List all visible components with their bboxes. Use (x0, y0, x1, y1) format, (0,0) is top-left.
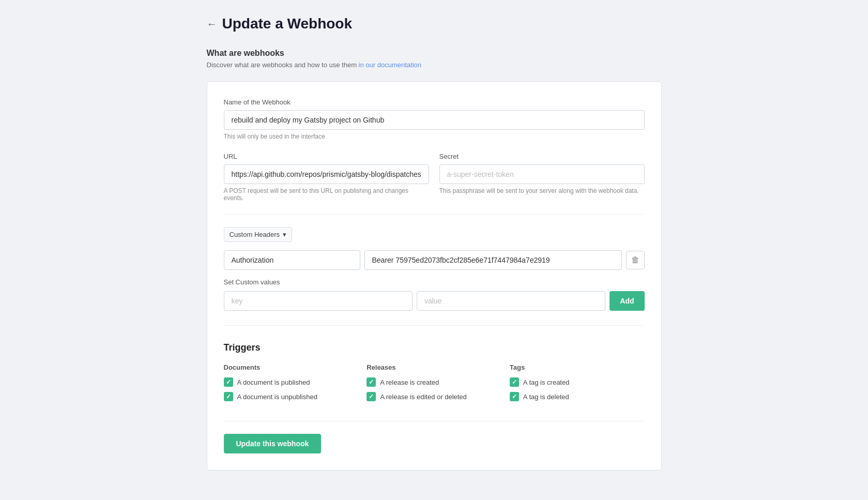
checkbox-release-edited[interactable] (367, 392, 376, 401)
add-header-button[interactable]: Add (610, 291, 644, 311)
name-label: Name of the Webhook (224, 98, 645, 106)
custom-value-input[interactable] (417, 291, 605, 311)
custom-headers-label: Custom Headers (230, 231, 280, 238)
update-webhook-button[interactable]: Update this webhook (224, 434, 322, 453)
trigger-tag-created: A tag is created (510, 377, 645, 387)
page-header: ← Update a Webhook (207, 16, 662, 32)
header-key-input[interactable] (224, 250, 360, 270)
documentation-link[interactable]: in our documentation (359, 61, 421, 69)
checkbox-tag-created[interactable] (510, 377, 519, 387)
divider-1 (224, 214, 645, 215)
trigger-doc-published-label: A document is published (237, 378, 310, 386)
releases-title: Releases (367, 363, 501, 371)
trigger-tag-created-label: A tag is created (523, 378, 570, 386)
url-input[interactable] (224, 164, 429, 184)
trigger-release-edited-label: A release is edited or deleted (380, 393, 467, 401)
chevron-down-icon: ▾ (283, 231, 286, 238)
url-label: URL (224, 153, 429, 160)
documents-group: Documents A document is published A docu… (224, 363, 359, 406)
set-custom-label: Set Custom values (224, 278, 645, 286)
secret-input[interactable] (439, 164, 645, 184)
trash-icon: 🗑 (631, 255, 639, 265)
trigger-release-edited: A release is edited or deleted (367, 392, 501, 401)
trigger-doc-published: A document is published (224, 377, 359, 387)
webhooks-description-text: Discover what are webhooks and how to us… (207, 61, 662, 69)
documents-title: Documents (224, 363, 359, 371)
trigger-doc-unpublished-label: A document is unpublished (237, 393, 317, 401)
divider-3 (224, 421, 645, 421)
trigger-tag-deleted-label: A tag is deleted (523, 393, 569, 401)
secret-label: Secret (439, 153, 645, 160)
url-secret-row: URL A POST request will be sent to this … (224, 153, 645, 202)
header-value-input[interactable] (364, 250, 622, 270)
custom-headers-toggle[interactable]: Custom Headers ▾ (224, 227, 293, 242)
checkbox-doc-published[interactable] (224, 377, 233, 387)
name-hint: This will only be used in the interface (224, 133, 645, 140)
secret-group: Secret This passphrase will be sent to y… (439, 153, 645, 202)
trigger-doc-unpublished: A document is unpublished (224, 392, 359, 401)
trigger-release-created: A release is created (367, 377, 501, 387)
trigger-tag-deleted: A tag is deleted (510, 392, 645, 401)
triggers-section: Triggers Documents A document is publish… (224, 342, 645, 406)
triggers-title: Triggers (224, 342, 645, 353)
url-group: URL A POST request will be sent to this … (224, 153, 429, 202)
checkbox-doc-unpublished[interactable] (224, 392, 233, 401)
url-hint: A POST request will be sent to this URL … (224, 187, 429, 202)
name-group: Name of the Webhook This will only be us… (224, 98, 645, 140)
existing-header-row: 🗑 (224, 250, 645, 270)
form-card: Name of the Webhook This will only be us… (207, 81, 662, 471)
secret-hint: This passphrase will be sent to your ser… (439, 187, 645, 194)
releases-group: Releases A release is created A release … (367, 363, 501, 406)
custom-values-section: Set Custom values Add (224, 278, 645, 311)
trigger-release-created-label: A release is created (380, 378, 439, 386)
triggers-grid: Documents A document is published A docu… (224, 363, 645, 406)
checkbox-release-created[interactable] (367, 377, 376, 387)
tags-title: Tags (510, 363, 645, 371)
webhooks-description-section: What are webhooks Discover what are webh… (207, 49, 662, 69)
custom-key-input[interactable] (224, 291, 413, 311)
checkbox-tag-deleted[interactable] (510, 392, 519, 401)
custom-values-row: Add (224, 291, 645, 311)
webhooks-description-heading: What are webhooks (207, 49, 662, 58)
back-button[interactable]: ← (207, 18, 217, 30)
tags-group: Tags A tag is created A tag is deleted (510, 363, 645, 406)
divider-2 (224, 325, 645, 326)
name-input[interactable] (224, 110, 645, 130)
delete-header-button[interactable]: 🗑 (626, 251, 645, 269)
page-title: Update a Webhook (222, 16, 353, 32)
